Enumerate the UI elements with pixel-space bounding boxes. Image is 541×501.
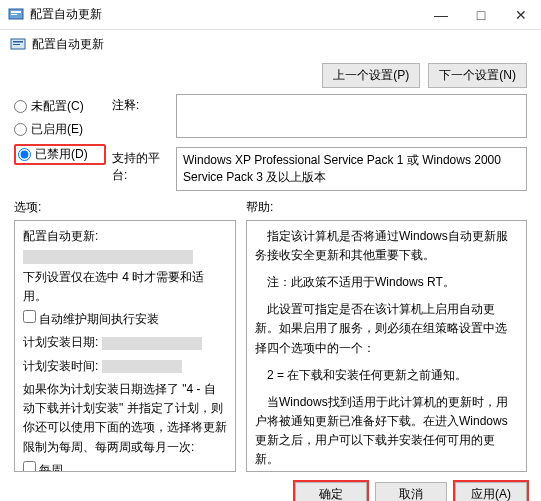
sched-day-combo[interactable] — [102, 337, 202, 350]
notes-label: 注释: — [112, 94, 168, 114]
weekly-checkbox-input[interactable] — [23, 461, 36, 472]
platform-text: Windows XP Professional Service Pack 1 或… — [176, 147, 527, 191]
minimize-button[interactable]: — — [421, 0, 461, 30]
maint-checkbox-input[interactable] — [23, 310, 36, 323]
radio-not-configured[interactable]: 未配置(C) — [14, 98, 106, 115]
footer: 确定 取消 应用(A) — [0, 472, 541, 501]
fields: 注释: 支持的平台: Windows XP Professional Servi… — [112, 94, 527, 191]
radio-disabled[interactable]: 已禁用(D) — [14, 144, 106, 165]
notes-textarea[interactable] — [176, 94, 527, 138]
weekly-checkbox[interactable]: 每周 — [23, 461, 227, 472]
radio-disabled-label: 已禁用(D) — [35, 146, 88, 163]
options-note1: 下列设置仅在选中 4 时才需要和适用。 — [23, 268, 227, 306]
sched-time-label: 计划安装时间: — [23, 359, 98, 373]
maint-checkbox[interactable]: 自动维护期间执行安装 — [23, 310, 227, 329]
help-p1: 指定该计算机是否将通过Windows自动更新服务接收安全更新和其他重要下载。 — [255, 227, 518, 265]
help-p2: 注：此政策不适用于Windows RT。 — [255, 273, 518, 292]
sub-header: 配置自动更新 — [0, 30, 541, 59]
config-area: 未配置(C) 已启用(E) 已禁用(D) 注释: 支持的平台: Windows … — [0, 94, 541, 197]
cancel-button[interactable]: 取消 — [375, 482, 447, 501]
weekly-checkbox-label: 每周 — [39, 463, 63, 472]
pane-headers: 选项: 帮助: — [0, 197, 541, 220]
next-setting-button[interactable]: 下一个设置(N) — [428, 63, 527, 88]
title-bar: 配置自动更新 — □ ✕ — [0, 0, 541, 30]
sched-time-combo[interactable] — [102, 360, 182, 373]
state-radios: 未配置(C) 已启用(E) 已禁用(D) — [14, 94, 106, 191]
policy-icon — [10, 37, 26, 53]
close-button[interactable]: ✕ — [501, 0, 541, 30]
ok-button[interactable]: 确定 — [295, 482, 367, 501]
options-pane[interactable]: 配置自动更新: 下列设置仅在选中 4 时才需要和适用。 自动维护期间执行安装 计… — [14, 220, 236, 472]
radio-not-configured-label: 未配置(C) — [31, 98, 84, 115]
options-title: 配置自动更新: — [23, 227, 227, 246]
maint-checkbox-label: 自动维护期间执行安装 — [39, 312, 159, 326]
sub-header-label: 配置自动更新 — [32, 36, 104, 53]
radio-enabled-label: 已启用(E) — [31, 121, 83, 138]
radio-enabled[interactable]: 已启用(E) — [14, 121, 106, 138]
help-header: 帮助: — [246, 199, 527, 216]
help-p5: 当Windows找到适用于此计算机的更新时，用户将被通知更新已准备好下载。在进入… — [255, 393, 518, 470]
combo-placeholder-1[interactable] — [23, 250, 193, 264]
apply-button[interactable]: 应用(A) — [455, 482, 527, 501]
maximize-button[interactable]: □ — [461, 0, 501, 30]
nav-row: 上一个设置(P) 下一个设置(N) — [0, 59, 541, 94]
window-title: 配置自动更新 — [30, 6, 102, 23]
app-icon — [8, 7, 24, 23]
window-buttons: — □ ✕ — [421, 0, 541, 30]
svg-rect-4 — [13, 41, 23, 43]
svg-rect-1 — [11, 11, 21, 13]
panes: 配置自动更新: 下列设置仅在选中 4 时才需要和适用。 自动维护期间执行安装 计… — [0, 220, 541, 472]
radio-not-configured-input[interactable] — [14, 100, 27, 113]
radio-enabled-input[interactable] — [14, 123, 27, 136]
sched-day-row: 计划安装日期: — [23, 333, 227, 352]
sched-time-row: 计划安装时间: — [23, 357, 227, 376]
svg-rect-2 — [11, 14, 17, 15]
options-header: 选项: — [14, 199, 246, 216]
notes-row: 注释: — [112, 94, 527, 141]
help-p3: 此设置可指定是否在该计算机上启用自动更新。如果启用了服务，则必须在组策略设置中选… — [255, 300, 518, 358]
platform-label: 支持的平台: — [112, 147, 168, 184]
radio-disabled-input[interactable] — [18, 148, 31, 161]
help-p4: 2 = 在下载和安装任何更新之前通知。 — [255, 366, 518, 385]
sched-day-label: 计划安装日期: — [23, 335, 98, 349]
prev-setting-button[interactable]: 上一个设置(P) — [322, 63, 420, 88]
platform-row: 支持的平台: Windows XP Professional Service P… — [112, 147, 527, 191]
help-pane[interactable]: 指定该计算机是否将通过Windows自动更新服务接收安全更新和其他重要下载。 注… — [246, 220, 527, 472]
options-paragraph: 如果你为计划安装日期选择了 "4 - 自动下载并计划安装" 并指定了计划，则你还… — [23, 380, 227, 457]
svg-rect-5 — [13, 44, 20, 45]
